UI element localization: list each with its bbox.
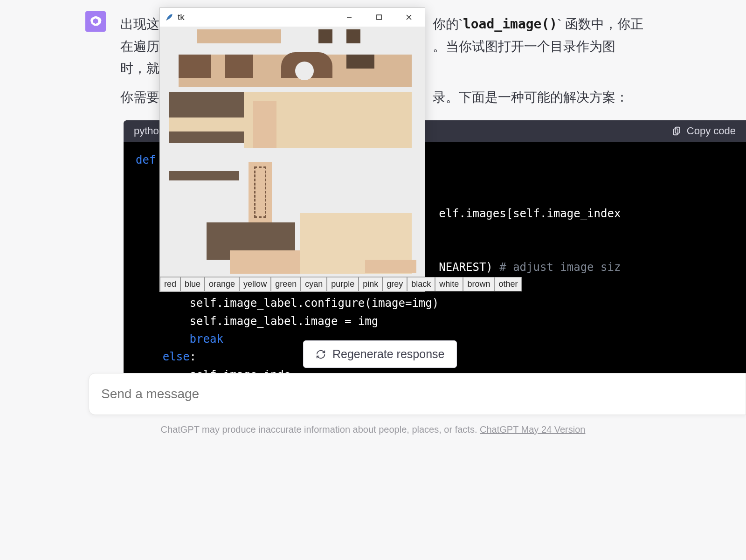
- close-button[interactable]: [396, 8, 422, 27]
- tk-feather-icon: [165, 13, 174, 22]
- svg-rect-3: [377, 15, 381, 20]
- color-button-purple[interactable]: purple: [327, 277, 359, 291]
- minimize-button[interactable]: [336, 8, 362, 27]
- tk-color-button-row: redblueorangeyellowgreencyanpurplepinkgr…: [160, 277, 425, 291]
- color-button-grey[interactable]: grey: [382, 277, 407, 291]
- footer-text: ChatGPT may produce inaccurate informati…: [161, 424, 480, 435]
- assistant-avatar: [85, 11, 106, 32]
- code-text: [136, 350, 163, 363]
- msg-text: 你需要: [120, 90, 159, 104]
- clipboard-icon: [672, 126, 682, 136]
- refresh-icon: [316, 349, 326, 360]
- tk-titlebar[interactable]: tk: [160, 8, 425, 27]
- openai-logo-icon: [89, 14, 103, 28]
- code-keyword: def: [136, 153, 156, 166]
- msg-text: ` 函数中，你正: [557, 17, 643, 31]
- copy-code-button[interactable]: Copy code: [672, 125, 736, 137]
- regenerate-button[interactable]: Regenerate response: [303, 340, 457, 368]
- color-button-blue[interactable]: blue: [180, 277, 205, 291]
- code-keyword: else: [163, 350, 190, 363]
- message-input[interactable]: [101, 387, 733, 401]
- tk-window-title: tk: [178, 12, 332, 22]
- regenerate-label: Regenerate response: [332, 347, 444, 361]
- color-button-white[interactable]: white: [435, 277, 463, 291]
- msg-text: 你的`: [433, 17, 463, 31]
- tk-image-canvas: [160, 27, 425, 277]
- color-button-other[interactable]: other: [494, 277, 522, 291]
- code-text: :: [190, 350, 196, 363]
- footer-version-link[interactable]: ChatGPT May 24 Version: [480, 424, 585, 435]
- color-button-cyan[interactable]: cyan: [301, 277, 327, 291]
- footer-disclaimer: ChatGPT may produce inaccurate informati…: [0, 424, 746, 435]
- msg-text: 。当你试图打开一个目录作为图: [433, 39, 615, 54]
- tk-window: tk redblueorangeyellowgreencyanpurplepin…: [159, 7, 425, 292]
- msg-text: 在遍历: [120, 39, 159, 54]
- color-button-yellow[interactable]: yellow: [239, 277, 271, 291]
- color-button-black[interactable]: black: [407, 277, 435, 291]
- msg-text: 录。下面是一种可能的解决方案：: [433, 90, 629, 104]
- inline-code: load_image(): [463, 16, 557, 32]
- message-input-container[interactable]: [89, 373, 746, 415]
- maximize-button[interactable]: [366, 8, 392, 27]
- msg-text: 出现这: [120, 17, 159, 31]
- code-keyword: break: [136, 332, 223, 346]
- code-text: elf.images[self.image_index: [439, 207, 621, 220]
- color-button-green[interactable]: green: [271, 277, 301, 291]
- code-text: NEAREST): [439, 261, 499, 274]
- code-comment: # adjust image siz: [499, 261, 621, 274]
- color-button-red[interactable]: red: [160, 277, 180, 291]
- copy-code-label: Copy code: [687, 125, 736, 137]
- color-button-pink[interactable]: pink: [359, 277, 382, 291]
- msg-text: 时，就: [120, 61, 159, 76]
- color-button-brown[interactable]: brown: [463, 277, 494, 291]
- code-text: self.image_label.image = img: [136, 315, 378, 328]
- color-button-orange[interactable]: orange: [205, 277, 239, 291]
- code-text: self.image_label.configure(image=img): [136, 297, 439, 310]
